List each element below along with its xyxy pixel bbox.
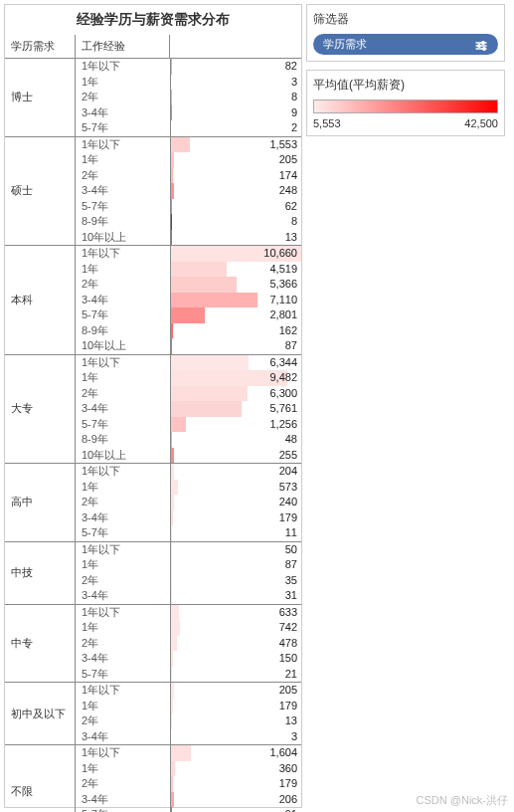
- exp-label: 2年: [76, 277, 170, 293]
- exp-label: 10年以上: [76, 448, 170, 464]
- chart-body: 博士1年以下821年32年83-4年95-7年2硕士1年以下1,5531年205…: [5, 59, 301, 812]
- table-row: 2年174: [76, 168, 301, 184]
- bar-cell[interactable]: 179: [170, 699, 301, 714]
- table-row: 1年9,482: [76, 370, 301, 386]
- exp-label: 1年: [76, 370, 170, 386]
- bar-cell[interactable]: 162: [170, 323, 301, 339]
- bar-value: 50: [285, 542, 297, 558]
- bar-cell[interactable]: 9,482: [170, 370, 301, 386]
- bar-cell[interactable]: 7,110: [170, 293, 301, 308]
- bar-cell[interactable]: 10,660: [170, 246, 301, 262]
- filter-settings-icon[interactable]: [474, 38, 488, 50]
- filter-pill[interactable]: 学历需求: [313, 34, 498, 55]
- bar-cell[interactable]: 204: [170, 464, 301, 480]
- table-row: 1年以下204: [76, 464, 301, 480]
- bar-cell[interactable]: 13: [170, 230, 301, 246]
- edu-label: 本科: [5, 246, 75, 354]
- bar-value: 248: [279, 183, 297, 199]
- bar-cell[interactable]: 21: [170, 667, 301, 683]
- bar-cell[interactable]: 573: [170, 480, 301, 496]
- bar-value: 2: [291, 120, 297, 136]
- edu-group: 高中1年以下2041年5732年2403-4年1795-7年11: [5, 464, 301, 542]
- edu-group: 博士1年以下821年32年83-4年95-7年2: [5, 59, 301, 137]
- bar-cell[interactable]: 50: [170, 542, 301, 558]
- bar-value: 1,553: [269, 137, 297, 153]
- edu-label: 硕士: [5, 137, 75, 246]
- bar-value: 240: [279, 495, 297, 510]
- exp-label: 3-4年: [76, 588, 170, 604]
- edu-label: 大专: [5, 355, 75, 464]
- exp-label: 3-4年: [76, 105, 170, 121]
- bar-value: 1,604: [269, 745, 297, 761]
- exp-label: 2年: [76, 713, 170, 729]
- bar-cell[interactable]: 5,366: [170, 277, 301, 293]
- bar-cell[interactable]: 206: [170, 792, 301, 808]
- bar-cell[interactable]: 62: [170, 199, 301, 215]
- bar-value: 21: [285, 667, 297, 683]
- bar-cell[interactable]: 248: [170, 183, 301, 199]
- bar-cell[interactable]: 179: [170, 776, 301, 792]
- bar-cell[interactable]: 87: [170, 338, 301, 354]
- bar-cell[interactable]: 360: [170, 761, 301, 777]
- bar-cell[interactable]: 478: [170, 636, 301, 652]
- exp-label: 1年以下: [76, 745, 170, 761]
- bar-cell[interactable]: 13: [170, 713, 301, 729]
- edu-rows: 1年以下2051年1792年133-4年3: [75, 683, 301, 744]
- bar: [171, 510, 173, 526]
- legend-title: 平均值(平均薪资): [313, 77, 498, 94]
- bar-value: 6,344: [269, 355, 297, 371]
- bar-cell[interactable]: 6,300: [170, 386, 301, 402]
- edu-rows: 1年以下10,6601年4,5192年5,3663-4年7,1105-7年2,8…: [75, 246, 301, 354]
- bar-cell[interactable]: 82: [170, 59, 301, 75]
- bar-cell[interactable]: 205: [170, 683, 301, 699]
- bar-cell[interactable]: 1,553: [170, 137, 301, 153]
- table-row: 1年360: [76, 761, 301, 777]
- bar-cell[interactable]: 3: [170, 75, 301, 91]
- bar: [171, 542, 172, 558]
- bar-cell[interactable]: 6,344: [170, 355, 301, 371]
- bar-value: 179: [279, 776, 297, 792]
- col-header-exp: 工作经验: [75, 35, 169, 58]
- bar-cell[interactable]: 205: [170, 152, 301, 168]
- bar: [171, 307, 205, 323]
- bar-cell[interactable]: 255: [170, 448, 301, 464]
- bar: [171, 699, 173, 714]
- bar-cell[interactable]: 179: [170, 510, 301, 526]
- bar-cell[interactable]: 240: [170, 495, 301, 510]
- bar-value: 174: [279, 168, 297, 184]
- bar-cell[interactable]: 11: [170, 525, 301, 541]
- bar-cell[interactable]: 31: [170, 588, 301, 604]
- bar-cell[interactable]: 9: [170, 105, 301, 121]
- bar-cell[interactable]: 91: [170, 807, 301, 812]
- bar: [171, 683, 174, 699]
- bar-cell[interactable]: 633: [170, 605, 301, 621]
- bar-cell[interactable]: 2,801: [170, 307, 301, 323]
- bar-cell[interactable]: 5,761: [170, 401, 301, 417]
- exp-label: 2年: [76, 776, 170, 792]
- exp-label: 2年: [76, 90, 170, 105]
- bar-value: 48: [285, 432, 297, 448]
- bar-value: 255: [279, 448, 297, 464]
- bar-cell[interactable]: 3: [170, 729, 301, 745]
- bar-cell[interactable]: 87: [170, 557, 301, 573]
- bar-cell[interactable]: 4,519: [170, 262, 301, 278]
- bar: [171, 620, 180, 636]
- bar: [171, 277, 237, 293]
- bar-cell[interactable]: 8: [170, 90, 301, 105]
- table-row: 3-4年9: [76, 105, 301, 121]
- bar-cell[interactable]: 174: [170, 168, 301, 184]
- bar-cell[interactable]: 1,604: [170, 745, 301, 761]
- table-row: 1年179: [76, 699, 301, 714]
- bar-value: 162: [279, 323, 297, 339]
- bar-cell[interactable]: 2: [170, 120, 301, 136]
- table-row: 3-4年31: [76, 588, 301, 604]
- bar-cell[interactable]: 1,256: [170, 417, 301, 433]
- bar-cell[interactable]: 150: [170, 651, 301, 667]
- exp-label: 5-7年: [76, 417, 170, 433]
- bar-cell[interactable]: 742: [170, 620, 301, 636]
- bar: [171, 338, 172, 354]
- edu-rows: 1年以下1,6041年3602年1793-4年2065-7年918-9年1: [75, 745, 301, 812]
- bar-cell[interactable]: 8: [170, 214, 301, 230]
- bar-cell[interactable]: 35: [170, 573, 301, 589]
- bar-cell[interactable]: 48: [170, 432, 301, 448]
